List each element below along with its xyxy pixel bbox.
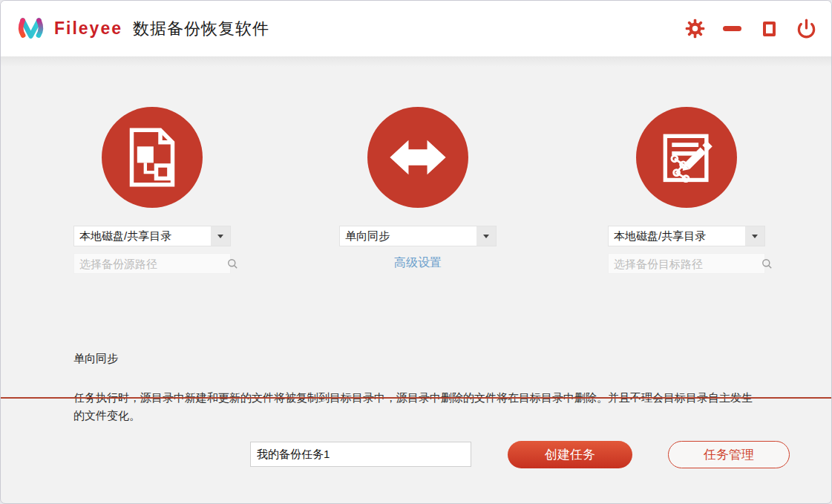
target-path-input[interactable] [609, 254, 761, 273]
source-dropdown-arrow[interactable] [211, 226, 230, 246]
settings-button[interactable] [685, 19, 705, 39]
target-path-field [608, 253, 765, 274]
search-icon[interactable] [227, 258, 238, 269]
create-task-button[interactable]: 创建任务 [508, 441, 632, 468]
sync-mode-dropdown[interactable]: 单向同步 [339, 226, 497, 246]
source-path-field [73, 253, 231, 274]
app-window: Fileyee 数据备份恢复软件 [0, 0, 832, 504]
task-name-input[interactable] [250, 442, 471, 467]
footer-divider [1, 397, 831, 399]
source-circle [102, 107, 203, 208]
minimize-icon [723, 26, 741, 31]
two-way-arrow-icon [386, 125, 450, 189]
fileyee-logo-icon [16, 15, 47, 43]
advanced-settings-link[interactable]: 高级设置 [339, 255, 497, 271]
app-title: 数据备份恢复软件 [133, 18, 269, 40]
source-type-dropdown[interactable]: 本地磁盘/共享目录 [73, 226, 231, 246]
gear-icon [685, 19, 705, 39]
window-controls [685, 19, 816, 39]
source-document-icon [125, 125, 180, 190]
target-dropdown-arrow[interactable] [745, 226, 764, 246]
source-type-value: 本地磁盘/共享目录 [74, 229, 211, 243]
maximize-icon [763, 22, 776, 36]
sync-circle [367, 107, 468, 208]
sync-mode-heading: 单向同步 [73, 352, 118, 366]
chevron-down-icon [752, 235, 758, 238]
source-path-input[interactable] [74, 254, 227, 273]
titlebar: Fileyee 数据备份恢复软件 [1, 1, 831, 56]
sync-mode-description: 任务执行时，源目录中新建和更新的文件将被复制到目标目录中，源目录中删除的文件将在… [73, 389, 762, 425]
brand-name: Fileyee [54, 19, 122, 39]
power-button[interactable] [796, 19, 816, 39]
search-icon[interactable] [761, 258, 773, 269]
chevron-down-icon [483, 235, 489, 238]
power-icon [796, 19, 816, 39]
minimize-button[interactable] [722, 19, 742, 39]
target-type-dropdown[interactable]: 本地磁盘/共享目录 [608, 226, 765, 246]
target-edit-icon [655, 125, 718, 189]
sync-dropdown-arrow[interactable] [476, 226, 496, 246]
target-circle [636, 107, 737, 208]
chevron-down-icon [217, 235, 223, 238]
sync-mode-value: 单向同步 [340, 229, 476, 243]
task-manage-button[interactable]: 任务管理 [668, 441, 790, 468]
maximize-button[interactable] [759, 19, 779, 39]
target-type-value: 本地磁盘/共享目录 [609, 229, 745, 243]
